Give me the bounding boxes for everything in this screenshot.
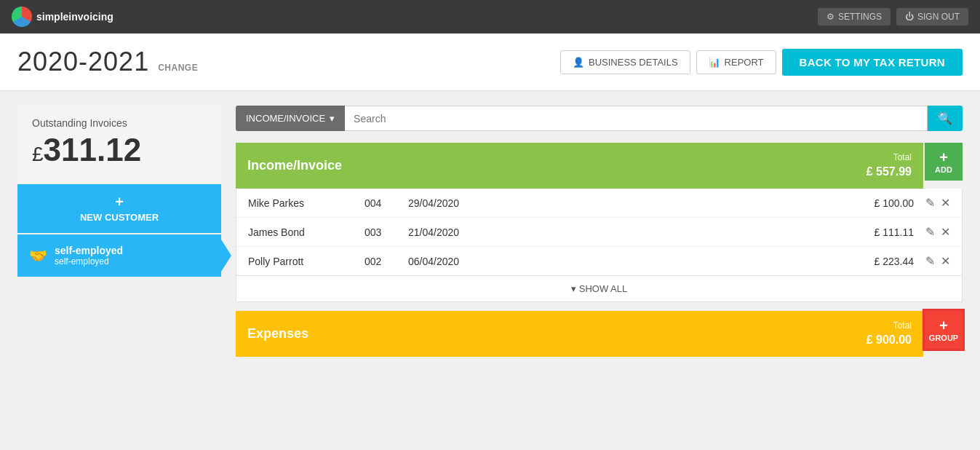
left-panel: Outstanding Invoices £311.12 + NEW CUSTO…: [17, 106, 221, 357]
back-to-tax-return-button[interactable]: BACK TO MY TAX RETURN: [782, 49, 963, 76]
search-input[interactable]: [345, 106, 928, 131]
table-row: James Bond 003 21/04/2020 £ 111.11 ✎ ✕: [236, 218, 962, 247]
chart-icon: 📊: [709, 57, 720, 68]
chevron-down-icon: ▾: [330, 113, 335, 124]
invoice-name: Mike Parkes: [248, 197, 364, 209]
expenses-section-title: Expenses: [247, 326, 308, 342]
invoice-amount: £ 100.00: [488, 197, 914, 209]
business-details-button[interactable]: 👤 BUSINESS DETAILS: [560, 50, 690, 74]
outstanding-amount: £311.12: [32, 132, 207, 168]
search-row: INCOME/INVOICE ▾ 🔍: [236, 106, 963, 131]
income-section-header: Income/Invoice Total £ 557.99: [236, 143, 923, 189]
income-total: Total £ 557.99: [867, 151, 912, 180]
edit-icon[interactable]: ✎: [925, 196, 935, 210]
group-expenses-button[interactable]: + GROUP: [925, 311, 963, 349]
expenses-section: Expenses Total £ 900.00 + GROUP: [236, 311, 963, 357]
income-invoice-dropdown[interactable]: INCOME/INVOICE ▾: [236, 106, 345, 131]
edit-icon[interactable]: ✎: [925, 225, 935, 239]
expenses-section-header: Expenses Total £ 900.00: [236, 311, 923, 357]
logo-icon: [12, 7, 32, 27]
right-panel: INCOME/INVOICE ▾ 🔍 Income/Invoice Total …: [236, 106, 963, 357]
signout-icon: ⏻: [905, 12, 914, 22]
table-row: Mike Parkes 004 29/04/2020 £ 100.00 ✎ ✕: [236, 189, 962, 218]
person-icon: 👤: [573, 57, 584, 68]
invoice-actions: ✎ ✕: [925, 225, 950, 239]
show-all-button[interactable]: ▾ SHOW ALL: [571, 283, 627, 294]
invoice-date: 21/04/2020: [408, 226, 488, 238]
header-row: 2020-2021 CHANGE 👤 BUSINESS DETAILS 📊 RE…: [0, 33, 980, 91]
search-icon: 🔍: [938, 112, 952, 125]
expenses-header-row: Expenses Total £ 900.00 + GROUP: [236, 311, 963, 357]
show-all-row: ▾ SHOW ALL: [236, 276, 963, 302]
plus-icon: +: [939, 149, 948, 165]
invoice-number: 003: [364, 226, 408, 238]
invoice-date: 29/04/2020: [408, 197, 488, 209]
self-employed-card[interactable]: 🤝 self-employed self-employed: [17, 234, 221, 277]
invoice-date: 06/04/2020: [408, 256, 488, 267]
header-actions: 👤 BUSINESS DETAILS 📊 REPORT BACK TO MY T…: [560, 49, 963, 76]
top-navigation: simpleinvoicing ⚙ SETTINGS ⏻ SIGN OUT: [0, 0, 980, 33]
gear-icon: ⚙: [826, 12, 834, 22]
signout-button[interactable]: ⏻ SIGN OUT: [896, 8, 968, 25]
self-employed-icon: 🤝: [29, 247, 47, 264]
report-button[interactable]: 📊 REPORT: [696, 50, 776, 74]
new-customer-button[interactable]: + NEW CUSTOMER: [17, 184, 221, 233]
invoice-table: Mike Parkes 004 29/04/2020 £ 100.00 ✎ ✕ …: [236, 189, 963, 276]
invoice-number: 004: [364, 197, 408, 209]
search-button[interactable]: 🔍: [928, 106, 963, 131]
add-income-button[interactable]: + ADD: [925, 143, 963, 181]
section-header-row: Income/Invoice Total £ 557.99 + ADD: [236, 143, 963, 189]
chevron-right-icon: [221, 240, 231, 272]
expenses-total: Total £ 900.00: [867, 320, 912, 348]
settings-button[interactable]: ⚙ SETTINGS: [818, 8, 891, 25]
chevron-down-icon: ▾: [571, 283, 576, 294]
edit-icon[interactable]: ✎: [925, 254, 935, 268]
year-title: 2020-2021: [17, 47, 149, 77]
logo: simpleinvoicing: [12, 7, 113, 27]
outstanding-label: Outstanding Invoices: [32, 117, 207, 129]
main-content: Outstanding Invoices £311.12 + NEW CUSTO…: [0, 91, 980, 371]
invoice-number: 002: [364, 256, 408, 267]
invoice-amount: £ 111.11: [488, 226, 914, 238]
table-row: Polly Parrott 002 06/04/2020 £ 223.44 ✎ …: [236, 247, 962, 275]
invoice-name: James Bond: [248, 226, 364, 238]
invoice-amount: £ 223.44: [488, 256, 914, 267]
delete-icon[interactable]: ✕: [941, 196, 950, 210]
plus-icon: +: [939, 317, 948, 333]
change-link[interactable]: CHANGE: [158, 63, 198, 73]
logo-text: simpleinvoicing: [36, 11, 113, 23]
invoice-name: Polly Parrott: [248, 256, 364, 267]
delete-icon[interactable]: ✕: [941, 225, 950, 239]
year-area: 2020-2021 CHANGE: [17, 47, 198, 77]
outstanding-box: Outstanding Invoices £311.12: [17, 106, 221, 183]
delete-icon[interactable]: ✕: [941, 254, 950, 268]
income-section-title: Income/Invoice: [247, 158, 342, 173]
invoice-actions: ✎ ✕: [925, 254, 950, 268]
nav-buttons: ⚙ SETTINGS ⏻ SIGN OUT: [818, 8, 968, 25]
self-employed-text: self-employed self-employed: [55, 245, 123, 267]
invoice-actions: ✎ ✕: [925, 196, 950, 210]
income-invoice-section: Income/Invoice Total £ 557.99 + ADD Mike…: [236, 143, 963, 302]
plus-icon: +: [115, 194, 124, 209]
